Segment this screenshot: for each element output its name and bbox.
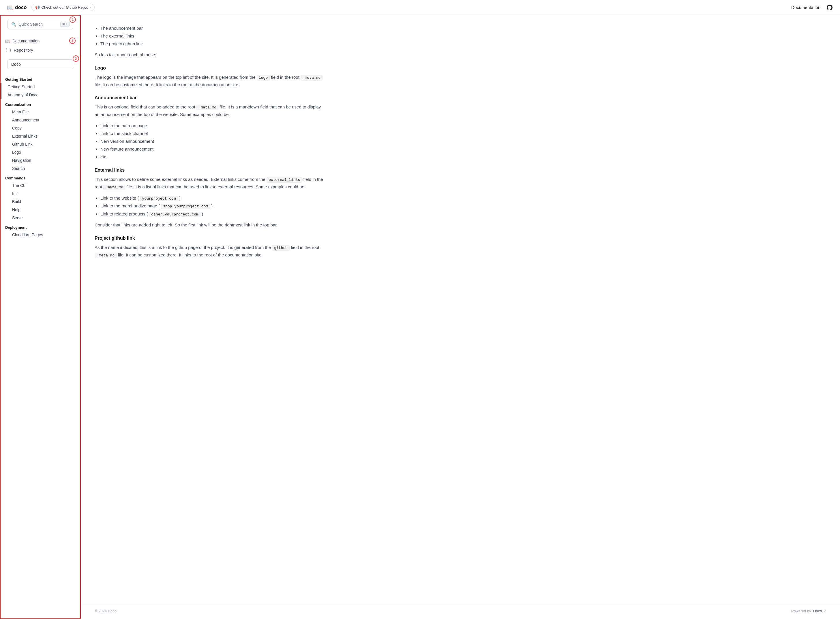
external-links-note: Consider that links are added right to l… [95,221,327,229]
sidebar-doco-item[interactable]: Doco [7,60,73,69]
search-label: Quick Search [18,22,43,27]
sidebar-item-the-cli[interactable]: The CLI [1,181,80,190]
logo-code1: logo [257,75,270,81]
announcement-bar-heading: Announcement bar [95,95,327,100]
quick-search-button[interactable]: 🔍 Quick Search ⌘K 1 [7,19,73,30]
page-layout: 🔍 Quick Search ⌘K 1 📖 Documentation { } … [0,15,840,619]
search-left: 🔍 Quick Search [11,22,43,27]
megaphone-icon: 📢 [35,5,40,9]
announcement-text: Check out our Github Repo. [42,5,88,9]
section-commands: Commands The CLI Init Build Help Serve [1,172,80,222]
sidebar-item-cloudflare-pages[interactable]: Cloudflare Pages [1,231,80,239]
documentation-link[interactable]: Documentation [791,5,821,10]
announcement-bar-intro: This is an optional field that can be ad… [95,103,327,118]
ext-bullet-1: Link to the merchandize page ( shop.your… [100,202,327,210]
sidebar-item-init[interactable]: Init [1,190,80,197]
doco-label: Doco [11,62,21,67]
github-link-section: Project github link As the name indicate… [95,236,327,259]
section-deployment: Deployment Cloudflare Pages [1,222,80,239]
external-links-intro: This section allows to define some exter… [95,176,327,191]
sidebar-item-external-links[interactable]: External Links [1,132,80,140]
meta-code-ann: _meta.md [196,105,218,110]
announcement-bullets: Link to the patreon page Link to the sla… [95,122,327,161]
topnav-right: Documentation [791,4,833,11]
badge-2: 2 [69,37,76,44]
sidebar-item-anatomy-of-doco[interactable]: Anatomy of Doco [1,91,80,99]
section-header-getting-started: Getting Started [1,74,80,83]
code-icon: { } [5,48,12,52]
top-navigation: 📖 doco 📢 Check out our Github Repo. › Do… [0,0,840,15]
ext-links-code2: _meta.md [103,185,125,190]
sidebar-item-serve[interactable]: Serve [1,214,80,222]
sidebar-item-help[interactable]: Help [1,206,80,214]
sidebar: 🔍 Quick Search ⌘K 1 📖 Documentation { } … [0,15,81,619]
bullet-external-links: The external links [100,32,327,40]
github-code2: _meta.md [95,253,117,258]
logo-section: Logo The logo is the image that appears … [95,66,327,88]
search-kbd: ⌘K [60,22,70,27]
section-header-deployment: Deployment [1,222,80,231]
logo-para: The logo is the image that appears on th… [95,73,327,88]
sidebar-item-documentation[interactable]: 📖 Documentation [1,36,80,46]
section-header-commands: Commands [1,172,80,181]
badge-3: 3 [73,55,79,62]
ann-bullet-2: New version announcement [100,137,327,145]
section-getting-started: Getting Started Getting Started Anatomy … [1,74,80,99]
chevron-right-icon: › [90,5,91,9]
external-links-bullets: Link to the website ( yourproject.com ) … [95,194,327,218]
ext-code-2: other.yourproject.com [149,212,200,217]
github-code1: github [272,245,290,251]
sidebar-item-search[interactable]: Search [1,164,80,172]
ann-bullet-4: etc. [100,153,327,161]
github-icon[interactable] [826,4,833,11]
logo-text: doco [15,4,27,10]
external-links-section: External links This section allows to de… [95,167,327,229]
powered-by: Powered by Doco ↗ [791,609,826,613]
sidebar-item-navigation[interactable]: Navigation [1,156,80,164]
sidebar-item-repository[interactable]: { } Repository [1,46,80,55]
sidebar-repository-label: Repository [14,48,33,52]
sidebar-item-copy[interactable]: Copy [1,124,80,132]
topnav-left: 📖 doco 📢 Check out our Github Repo. › [7,4,95,11]
ext-links-code1: external_links [266,177,302,182]
announcement-bar[interactable]: 📢 Check out our Github Repo. › [31,4,95,11]
ext-bullet-2: Link to related products ( other.yourpro… [100,210,327,218]
sidebar-item-announcement[interactable]: Announcement [1,116,80,124]
logo-code2: _meta.md [300,75,323,81]
ann-bullet-1: Link to the slack channel [100,130,327,137]
sidebar-item-build[interactable]: Build [1,197,80,206]
main-area: The anouncement bar The external links T… [81,15,840,619]
main-content: The anouncement bar The external links T… [81,15,341,603]
footer: © 2024 Doco Powered by Doco ↗ [81,603,840,619]
sidebar-item-github-link[interactable]: Github Link [1,140,80,148]
badge-1: 1 [70,16,76,23]
announcement-bar-section: Announcement bar This is an optional fie… [95,95,327,161]
ext-code-0: yourproject.com [140,196,178,201]
ann-bullet-0: Link to the patreon page [100,122,327,130]
ext-bullet-0: Link to the website ( yourproject.com ) [100,194,327,202]
powered-by-link[interactable]: Doco [813,609,822,613]
section-customization: Customization Meta File Announcement Cop… [1,99,80,172]
sidebar-item-getting-started[interactable]: Getting Started [1,83,80,91]
intro-bullet-list: The anouncement bar The external links T… [95,24,327,48]
book-icon: 📖 [5,39,10,43]
intro-bullets-section: The anouncement bar The external links T… [95,24,327,58]
github-link-heading: Project github link [95,236,327,241]
section-header-customization: Customization [1,99,80,108]
logo[interactable]: 📖 doco [7,4,27,10]
ext-code-1: shop.yourproject.com [161,203,210,209]
so-lets-talk: So lets talk about each of these: [95,51,327,58]
external-links-heading: External links [95,167,327,173]
copyright: © 2024 Doco [95,609,117,613]
sidebar-item-meta-file[interactable]: Meta File [1,108,80,116]
bullet-announcement-bar: The anouncement bar [100,24,327,32]
sidebar-item-logo[interactable]: Logo [1,148,80,156]
github-link-intro: As the name indicates, this is a link to… [95,244,327,259]
logo-heading: Logo [95,66,327,71]
external-link-icon: ↗ [824,610,826,613]
sidebar-documentation-label: Documentation [12,39,39,43]
bullet-github-link: The project github link [100,40,327,48]
ann-bullet-3: New feature announcement [100,145,327,153]
search-icon: 🔍 [11,22,16,27]
logo-book-icon: 📖 [7,4,13,10]
